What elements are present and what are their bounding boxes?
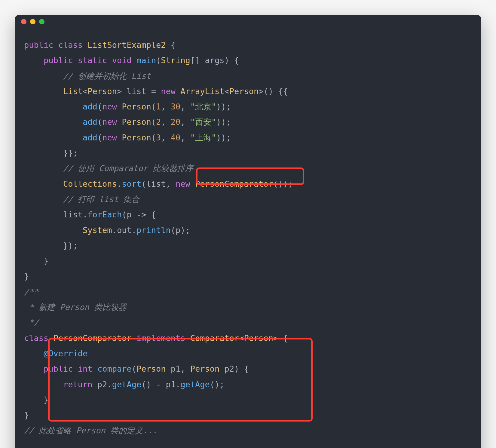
comma: , (180, 364, 190, 373)
type: Person (122, 102, 151, 111)
comment: * 新建 Person 类比较器 (24, 302, 127, 312)
type: ArrayList (180, 87, 224, 96)
number: 40 (171, 133, 181, 142)
close-icon[interactable] (21, 19, 26, 24)
comma: , (161, 102, 171, 111)
paren: ( (97, 133, 102, 142)
method: add (83, 133, 97, 142)
keyword: public (44, 364, 73, 373)
paren: ) { (225, 56, 239, 65)
dot: . (83, 210, 87, 219)
comma: , (180, 117, 190, 127)
class: PersonComparator (195, 179, 273, 189)
var: list (63, 210, 83, 219)
comma: , (180, 133, 190, 142)
keyword: new (102, 133, 117, 142)
op: = (146, 87, 161, 96)
method: getAge (180, 380, 210, 389)
brace: } (24, 272, 29, 281)
paren: ( (97, 102, 102, 111)
keyword: void (112, 56, 132, 65)
class: Collections (63, 179, 117, 189)
comment: // 此处省略 Person 类的定义... (24, 426, 158, 435)
var: p2 (97, 380, 107, 389)
paren: () - (141, 380, 166, 389)
number: 20 (171, 117, 181, 127)
string: "北京" (190, 102, 216, 111)
method: add (83, 117, 97, 127)
type: Person (87, 87, 117, 96)
comma: , (161, 117, 171, 127)
code-window: public class ListSortExample2 { public s… (15, 15, 481, 448)
var: p (127, 210, 131, 219)
paren: ( (151, 117, 156, 127)
string: "上海" (190, 133, 216, 142)
method: println (136, 226, 171, 235)
paren: ) { (234, 364, 249, 373)
paren: ( (132, 364, 136, 373)
type: Person (190, 364, 220, 373)
type: List (63, 87, 83, 96)
type: String (161, 56, 190, 65)
paren: ( (97, 117, 102, 127)
number: 30 (171, 102, 181, 111)
number: 2 (156, 117, 161, 127)
keyword: public (24, 40, 54, 50)
annotation: @Override (44, 349, 87, 358)
var: list (127, 87, 146, 96)
comment: /** (24, 287, 39, 296)
code-block: public class ListSortExample2 { public s… (15, 28, 481, 448)
type: Person (122, 117, 151, 127)
method-name: compare (97, 364, 132, 373)
comma: , (166, 179, 176, 189)
brackets: [] (190, 56, 205, 65)
dot: . (117, 179, 122, 189)
paren: ( (156, 56, 161, 65)
paren: ( (151, 102, 156, 111)
brace: } (44, 395, 48, 404)
string: "西安" (190, 117, 216, 127)
comment: // 创建并初始化 List (63, 71, 151, 81)
paren: )); (216, 117, 231, 127)
paren: ( (171, 226, 176, 235)
maximize-icon[interactable] (39, 19, 44, 24)
class-name: PersonComparator (54, 333, 132, 343)
minimize-icon[interactable] (30, 19, 35, 24)
type: Person (244, 333, 274, 343)
brace: } (44, 256, 48, 265)
keyword: new (102, 102, 117, 111)
paren: )); (216, 102, 231, 111)
method: getAge (112, 380, 142, 389)
param: args (205, 56, 225, 65)
dot: . (112, 226, 117, 235)
keyword: int (78, 364, 93, 373)
paren: ( (122, 210, 127, 219)
angle: < (83, 87, 87, 96)
comment: // 使用 Comparator 比较器排序 (63, 164, 193, 173)
field: out (117, 226, 132, 235)
angle: > { (273, 333, 288, 343)
brace: } (24, 410, 29, 420)
method: forEach (87, 210, 122, 219)
comma: , (161, 133, 171, 142)
paren: ); (180, 226, 190, 235)
type: Person (122, 133, 151, 142)
comment: // 打印 list 集合 (63, 195, 139, 204)
dot: . (132, 226, 136, 235)
keyword: new (161, 87, 176, 96)
number: 1 (156, 102, 161, 111)
angle: > (117, 87, 127, 96)
var: p1 (166, 380, 176, 389)
class-name: ListSortExample2 (87, 40, 166, 50)
angle: < (239, 333, 244, 343)
keyword: static (78, 56, 107, 65)
keyword: class (58, 40, 83, 50)
dot: . (176, 380, 180, 389)
comma: , (180, 102, 190, 111)
paren: ()); (273, 179, 293, 189)
keyword: new (102, 117, 117, 127)
keyword: new (176, 179, 190, 189)
angle: < (225, 87, 229, 96)
keyword: public (44, 56, 73, 65)
method: add (83, 102, 97, 111)
